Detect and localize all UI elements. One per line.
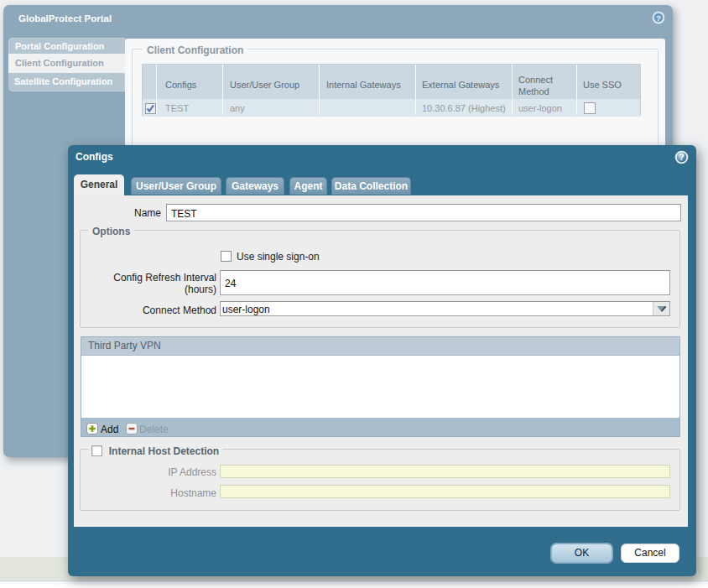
svg-text:?: ? <box>656 13 661 23</box>
svg-text:?: ? <box>679 152 684 162</box>
